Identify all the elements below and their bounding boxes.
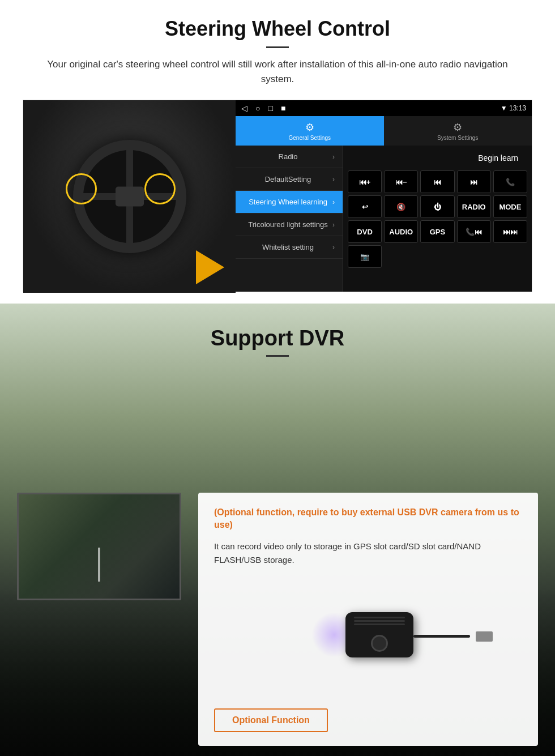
begin-learn-row: Begin learn — [348, 150, 527, 166]
menu-item-whitelist-label: Whitelist setting — [244, 243, 332, 251]
camera-lens — [371, 635, 388, 652]
wheel-center — [116, 187, 144, 207]
android-content: Radio › DefaultSetting › Steering Wheel … — [236, 146, 532, 292]
dvr-description: It can record video only to storage in G… — [214, 540, 522, 567]
tab-general-label: General Settings — [289, 135, 331, 141]
tab-general-settings[interactable]: ⚙ General Settings — [236, 116, 384, 146]
ctrl-prev[interactable]: ⏮ — [420, 170, 454, 193]
chevron-right-icon: › — [332, 244, 335, 251]
menu-icon[interactable]: ■ — [281, 104, 285, 113]
ctrl-vol-down[interactable]: ⏮− — [384, 170, 418, 193]
tab-system-settings[interactable]: ⚙ System Settings — [384, 116, 532, 146]
ctrl-vol-up[interactable]: ⏮+ — [348, 170, 382, 193]
general-settings-icon: ⚙ — [305, 121, 314, 134]
nav-icons: ◁ ○ □ ■ — [241, 104, 285, 113]
system-settings-icon: ⚙ — [453, 121, 462, 134]
menu-item-steering-wheel[interactable]: Steering Wheel learning › — [236, 191, 343, 213]
menu-item-radio[interactable]: Radio › — [236, 146, 343, 168]
ctrl-dvd[interactable]: DVD — [348, 220, 382, 243]
recents-icon[interactable]: □ — [268, 104, 272, 113]
menu-item-radio-label: Radio — [244, 152, 332, 161]
dvr-section: Support DVR (Optional function, require … — [0, 304, 555, 756]
ctrl-next[interactable]: ⏭ — [457, 170, 491, 193]
steering-section: Steering Wheel Control Your original car… — [0, 0, 555, 304]
chevron-right-icon: › — [332, 198, 335, 206]
steering-title: Steering Wheel Control — [23, 17, 532, 41]
ctrl-audio[interactable]: AUDIO — [384, 220, 418, 243]
ctrl-phone-prev[interactable]: 📞⏮ — [457, 220, 491, 243]
camera-body — [345, 612, 413, 657]
dvr-title-area: Support DVR — [0, 304, 555, 368]
dvr-content-area: (Optional function, require to buy exter… — [0, 481, 555, 756]
chevron-right-icon: › — [332, 176, 335, 183]
status-time: ▼ 13:13 — [501, 104, 526, 112]
optional-function-label: Optional Function — [214, 708, 328, 732]
arrow-indicator — [196, 250, 224, 284]
begin-learn-button[interactable]: Begin learn — [469, 150, 527, 166]
dvr-camera-image — [214, 578, 522, 691]
ui-panel: ◁ ○ □ ■ ▼ 13:13 ⚙ General Settings ⚙ Sys… — [23, 100, 532, 292]
chevron-right-icon: › — [332, 153, 335, 161]
ctrl-mode[interactable]: MODE — [493, 195, 527, 218]
ctrl-mute[interactable]: 🔇 — [384, 195, 418, 218]
ctrl-radio[interactable]: RADIO — [457, 195, 491, 218]
menu-item-defaultsetting[interactable]: DefaultSetting › — [236, 168, 343, 191]
android-tabs: ⚙ General Settings ⚙ System Settings — [236, 116, 532, 146]
steering-description: Your original car's steering wheel contr… — [34, 57, 521, 86]
dvr-title: Support DVR — [0, 326, 555, 351]
control-panel: Begin learn ⏮+ ⏮− ⏮ ⏭ 📞 ↩ 🔇 ⏻ RADIO MODE… — [343, 146, 532, 292]
home-icon[interactable]: ○ — [255, 104, 260, 113]
steering-wheel-image — [23, 100, 236, 293]
ctrl-gps[interactable]: GPS — [420, 220, 454, 243]
menu-item-whitelist[interactable]: Whitelist setting › — [236, 236, 343, 259]
control-buttons-grid: ⏮+ ⏮− ⏮ ⏭ 📞 ↩ 🔇 ⏻ RADIO MODE DVD AUDIO G… — [348, 170, 527, 268]
ctrl-phone[interactable]: 📞 — [493, 170, 527, 193]
android-status-bar: ◁ ○ □ ■ ▼ 13:13 — [236, 100, 532, 116]
menu-item-tricoloured[interactable]: Tricoloured light settings › — [236, 213, 343, 236]
optional-function-button[interactable]: Optional Function — [214, 703, 522, 732]
dvr-title-divider — [266, 355, 289, 357]
menu-item-defaultsetting-label: DefaultSetting — [244, 175, 332, 183]
road-line — [98, 548, 100, 582]
chevron-right-icon: › — [332, 221, 335, 229]
menu-item-steering-label: Steering Wheel learning — [244, 198, 332, 206]
dvr-optional-text: (Optional function, require to buy exter… — [214, 506, 522, 532]
ctrl-back[interactable]: ↩ — [348, 195, 382, 218]
usb-plug — [476, 631, 493, 642]
camera-cable — [413, 635, 470, 638]
ctrl-next-next[interactable]: ⏭⏭ — [493, 220, 527, 243]
back-icon[interactable]: ◁ — [241, 104, 247, 113]
menu-list: Radio › DefaultSetting › Steering Wheel … — [236, 146, 343, 292]
menu-item-tricoloured-label: Tricoloured light settings — [244, 220, 332, 229]
wheel-btn-right — [144, 173, 176, 204]
wheel-btn-left — [66, 173, 97, 204]
ctrl-camera[interactable]: 📷 — [348, 245, 382, 268]
dvr-thumbnail — [17, 493, 181, 600]
tab-system-label: System Settings — [437, 135, 478, 141]
ctrl-power[interactable]: ⏻ — [420, 195, 454, 218]
dvr-info-box: (Optional function, require to buy exter… — [198, 493, 538, 746]
android-ui: ◁ ○ □ ■ ▼ 13:13 ⚙ General Settings ⚙ Sys… — [236, 100, 532, 292]
title-divider — [266, 46, 289, 48]
